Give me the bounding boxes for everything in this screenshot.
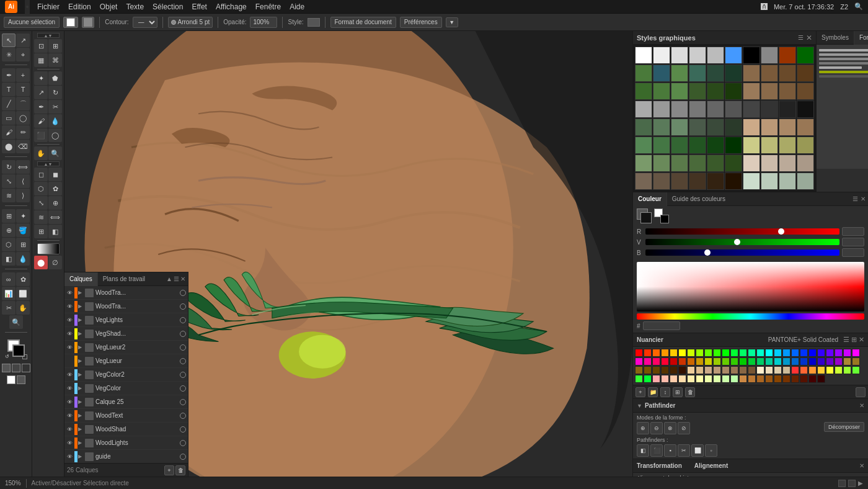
- formes-content[interactable]: [817, 45, 868, 169]
- layer-vis-dot-3[interactable]: [180, 331, 186, 337]
- sub-tool-20[interactable]: ✿: [48, 182, 62, 195]
- layer-vis-dot-7[interactable]: [180, 385, 186, 392]
- nuancier-swatch[interactable]: [826, 357, 834, 366]
- nuancier-swatches-btn[interactable]: ⊞: [673, 387, 683, 397]
- style-swatch[interactable]: [761, 155, 778, 172]
- style-swatch[interactable]: [707, 101, 724, 118]
- style-swatch[interactable]: [635, 119, 652, 136]
- layer-item[interactable]: 👁 ▶ WoodText: [64, 409, 188, 423]
- style-swatch[interactable]: [707, 119, 724, 136]
- rect-tool[interactable]: ▭: [2, 111, 16, 125]
- extra-options-btn[interactable]: ▼: [446, 17, 458, 27]
- style-swatch[interactable]: [653, 137, 670, 154]
- layer-delete-btn[interactable]: 🗑: [175, 465, 185, 475]
- layer-vis-dot-8[interactable]: [180, 399, 186, 405]
- sub-tool-17[interactable]: ◻: [34, 168, 48, 181]
- nuancier-swatch[interactable]: [644, 366, 652, 374]
- nuancier-swatch[interactable]: [774, 357, 782, 366]
- style-swatch[interactable]: [779, 173, 796, 190]
- line-tool[interactable]: ╱: [2, 97, 16, 110]
- nuancier-swatch[interactable]: [782, 366, 790, 374]
- paintbrush-tool[interactable]: 🖌: [2, 125, 16, 139]
- type-tool[interactable]: T: [2, 83, 16, 96]
- warp-tool[interactable]: ≋: [2, 189, 16, 202]
- nuancier-swatch[interactable]: [704, 366, 712, 374]
- nuancier-grid-btn[interactable]: ⊞: [851, 336, 857, 344]
- style-swatch[interactable]: [689, 119, 706, 136]
- sub-tool-2[interactable]: ⊞: [48, 39, 62, 53]
- nuancier-swatch[interactable]: [756, 366, 764, 374]
- nuancier-swatch[interactable]: [817, 349, 825, 357]
- color-spectrum[interactable]: [637, 262, 864, 312]
- stroke-preview[interactable]: [82, 17, 94, 28]
- scale-tool[interactable]: ⤡: [2, 174, 16, 188]
- nuancier-swatch[interactable]: [748, 349, 756, 357]
- nuancier-swatch[interactable]: [652, 357, 660, 366]
- style-swatch[interactable]: [707, 83, 724, 100]
- nuancier-swatch[interactable]: [800, 349, 808, 357]
- sub-tool-1[interactable]: ⊡: [34, 39, 48, 53]
- nuancier-swatch[interactable]: [791, 366, 799, 374]
- style-swatch[interactable]: [743, 155, 760, 172]
- nuancier-sort-btn[interactable]: ↕: [660, 387, 670, 397]
- nuancier-add-btn[interactable]: +: [636, 387, 645, 397]
- nuancier-swatch[interactable]: [835, 357, 843, 366]
- layer-vis-dot-10[interactable]: [180, 426, 186, 433]
- style-swatch[interactable]: [779, 119, 796, 136]
- nuancier-swatch[interactable]: [661, 349, 669, 357]
- nuancier-swatch[interactable]: [704, 375, 712, 383]
- sub-tool-16[interactable]: 🔍: [48, 146, 62, 160]
- style-swatch[interactable]: [743, 137, 760, 154]
- trim-btn[interactable]: ⬛: [650, 444, 663, 457]
- nuancier-swatch[interactable]: [722, 375, 730, 383]
- nuancier-swatch[interactable]: [765, 375, 773, 383]
- style-swatch[interactable]: [707, 47, 724, 64]
- layer-item[interactable]: 👁 ▶ guide: [64, 450, 188, 463]
- style-swatch[interactable]: [635, 47, 652, 64]
- color-fill-stroke-indicator[interactable]: [637, 209, 652, 223]
- style-swatch[interactable]: [797, 101, 814, 118]
- style-swatch[interactable]: [725, 101, 742, 118]
- layer-vis-dot-12[interactable]: [180, 454, 186, 460]
- menu-fichier[interactable]: Fichier: [37, 2, 60, 11]
- layer-item[interactable]: 👁 ▶ VegShad...: [64, 327, 188, 341]
- nuancier-swatch[interactable]: [826, 349, 834, 357]
- sub-tool-26[interactable]: ◧: [48, 225, 62, 238]
- style-swatch[interactable]: [743, 101, 760, 118]
- zoom-tool[interactable]: 🔍: [9, 315, 23, 329]
- direct-select-tool[interactable]: ↗: [16, 34, 30, 47]
- nuancier-swatch[interactable]: [722, 366, 730, 374]
- nuancier-swatch[interactable]: [661, 375, 669, 383]
- menu-aide[interactable]: Aide: [290, 2, 304, 11]
- layer-eye-9[interactable]: 👁: [65, 411, 74, 420]
- style-swatch[interactable]: [725, 173, 742, 190]
- style-swatch[interactable]: [689, 173, 706, 190]
- nuancier-swatch[interactable]: [817, 375, 825, 383]
- nuancier-swatch[interactable]: [739, 357, 747, 366]
- contour-select[interactable]: —: [133, 17, 157, 28]
- sub-panel-handle2[interactable]: ▲▼: [37, 161, 60, 166]
- perspective-tool[interactable]: ⬡: [2, 238, 16, 251]
- layer-vis-dot-2[interactable]: [180, 317, 186, 323]
- layer-vis-dot-4[interactable]: [180, 344, 186, 351]
- style-swatch[interactable]: [761, 137, 778, 154]
- add-anchor-tool[interactable]: +: [16, 68, 30, 82]
- style-swatch[interactable]: [635, 155, 652, 172]
- hand-tool[interactable]: ✋: [16, 301, 30, 315]
- style-swatch[interactable]: [725, 155, 742, 172]
- menu-effet[interactable]: Effet: [192, 2, 206, 11]
- normal-view-btn[interactable]: [7, 375, 16, 384]
- style-swatch[interactable]: [761, 101, 778, 118]
- nuancier-swatch[interactable]: [696, 375, 704, 383]
- nuancier-swatch[interactable]: [635, 375, 643, 383]
- sub-tool-6[interactable]: ⬟: [48, 71, 62, 85]
- menu-selection[interactable]: Sélection: [153, 2, 183, 11]
- lasso-tool[interactable]: ⌖: [16, 48, 30, 61]
- nuancier-swatch[interactable]: [739, 366, 747, 374]
- style-swatch[interactable]: [653, 101, 670, 118]
- layer-vis-dot-1[interactable]: [180, 303, 186, 310]
- nuancier-swatch[interactable]: [670, 366, 678, 374]
- nuancier-swatch[interactable]: [678, 366, 686, 374]
- transformation-close-btn[interactable]: ✕: [859, 462, 864, 469]
- style-swatch[interactable]: [653, 119, 670, 136]
